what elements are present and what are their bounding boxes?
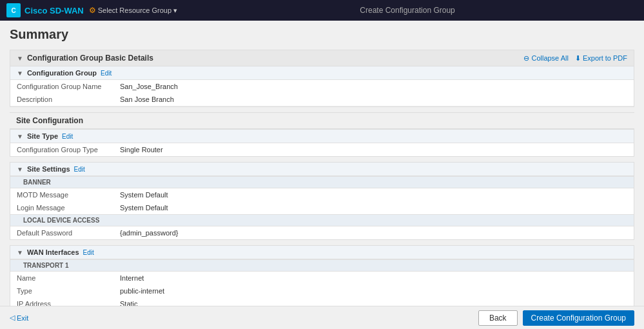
resource-group-button[interactable]: ⚙ Select Resource Group ▾	[89, 6, 177, 15]
site-type-title: Site Type	[27, 132, 58, 140]
wan-interfaces-collapse-icon[interactable]: ▼	[17, 249, 23, 256]
collapse-icon-sym: ⊖	[523, 54, 529, 63]
site-type-config-type-label: Configuration Group Type	[17, 146, 120, 154]
main-content: Summary ▼ Configuration Group Basic Deta…	[0, 21, 644, 329]
site-type-header: ▼ Site Type Edit	[10, 130, 634, 143]
wan-name-row: Name Internet	[10, 272, 634, 284]
nav-left: C Cisco SD-WAN ⚙ Select Resource Group ▾	[6, 3, 177, 17]
section-title: Configuration Group Basic Details	[27, 54, 153, 63]
page-title: Summary	[10, 27, 634, 42]
bottom-bar: ◁ Exit Back Create Configuration Group	[0, 306, 644, 329]
collapse-all-button[interactable]: ⊖ Collapse All	[523, 54, 568, 63]
config-group-description-row: Description San Jose Branch	[10, 93, 634, 106]
collapse-icon[interactable]: ▼	[17, 55, 23, 62]
site-settings-title: Site Settings	[27, 165, 70, 173]
motd-message-label: MOTD Message	[17, 191, 120, 199]
subsection-collapse-icon[interactable]: ▼	[17, 70, 23, 77]
export-label: Export to PDF	[583, 54, 627, 62]
site-type-config-type-row: Configuration Group Type Single Router	[10, 143, 634, 156]
config-group-name-label: Configuration Group Name	[17, 83, 120, 90]
wan-name-value: Internet	[120, 274, 144, 282]
wan-name-label: Name	[17, 274, 120, 282]
transport1-subsection-header: TRANSPORT 1	[10, 259, 634, 272]
export-icon: ⬇	[575, 54, 581, 63]
site-type-edit-button[interactable]: Edit	[62, 133, 73, 140]
resource-icon: ⚙	[89, 6, 96, 15]
site-type-collapse-icon[interactable]: ▼	[17, 133, 23, 140]
collapse-all-label: Collapse All	[531, 54, 568, 62]
config-group-description-value: San Jose Branch	[120, 95, 174, 103]
wan-interfaces-header: ▼ WAN Interfaces Edit	[10, 246, 634, 259]
wan-interfaces-title: WAN Interfaces	[27, 248, 79, 256]
configuration-group-subsection: ▼ Configuration Group Edit Configuration…	[10, 66, 634, 106]
site-configuration-label: Site Configuration	[10, 112, 634, 129]
resource-group-chevron: ▾	[173, 6, 177, 15]
exit-button[interactable]: ◁ Exit	[10, 314, 28, 322]
section-header-left: ▼ Configuration Group Basic Details	[17, 54, 153, 63]
back-button[interactable]: Back	[478, 310, 518, 326]
site-settings-section: ▼ Site Settings Edit BANNER MOTD Message…	[10, 162, 634, 240]
wan-type-value: public-internet	[120, 287, 164, 295]
subsection-title: Configuration Group	[27, 69, 97, 77]
brand: C Cisco SD-WAN	[6, 3, 84, 17]
local-device-subsection-header: LOCAL DEVICE ACCESS	[10, 214, 634, 226]
login-message-value: System Default	[120, 204, 168, 212]
create-config-group-button[interactable]: Create Configuration Group	[523, 310, 634, 326]
exit-icon: ◁	[10, 314, 15, 322]
config-group-basic-details-header: ▼ Configuration Group Basic Details ⊖ Co…	[10, 50, 634, 66]
site-type-config-type-value: Single Router	[120, 146, 163, 154]
login-message-label: Login Message	[17, 204, 120, 212]
brand-label: Cisco SD-WAN	[24, 6, 84, 15]
export-pdf-button[interactable]: ⬇ Export to PDF	[575, 54, 627, 63]
nav-center-label: Create Configuration Group	[360, 6, 454, 15]
brand-icon: C	[6, 3, 21, 17]
site-settings-edit-button[interactable]: Edit	[74, 166, 85, 173]
banner-subsection-header: BANNER	[10, 176, 634, 188]
default-password-value: {admin_password}	[120, 229, 179, 237]
bottom-right-buttons: Back Create Configuration Group	[478, 310, 634, 326]
wan-type-row: Type public-internet	[10, 284, 634, 297]
site-settings-header: ▼ Site Settings Edit	[10, 163, 634, 176]
exit-label: Exit	[17, 314, 28, 322]
wan-interfaces-edit-button[interactable]: Edit	[83, 249, 94, 256]
site-settings-collapse-icon[interactable]: ▼	[17, 166, 23, 173]
configuration-group-subsection-header: ▼ Configuration Group Edit	[10, 66, 634, 80]
config-group-name-row: Configuration Group Name San_Jose_Branch	[10, 80, 634, 93]
default-password-row: Default Password {admin_password}	[10, 226, 634, 239]
config-group-name-value: San_Jose_Branch	[120, 83, 178, 90]
motd-message-row: MOTD Message System Default	[10, 188, 634, 201]
config-group-edit-button[interactable]: Edit	[101, 70, 112, 77]
default-password-label: Default Password	[17, 229, 120, 237]
config-group-basic-details-section: ▼ Configuration Group Basic Details ⊖ Co…	[10, 50, 634, 107]
wan-type-label: Type	[17, 287, 120, 295]
config-group-description-label: Description	[17, 95, 120, 103]
top-nav: C Cisco SD-WAN ⚙ Select Resource Group ▾…	[0, 0, 644, 21]
section-header-actions: ⊖ Collapse All ⬇ Export to PDF	[523, 54, 627, 63]
login-message-row: Login Message System Default	[10, 201, 634, 214]
site-type-section: ▼ Site Type Edit Configuration Group Typ…	[10, 129, 634, 157]
motd-message-value: System Default	[120, 191, 168, 199]
resource-group-label: Select Resource Group	[98, 6, 171, 14]
